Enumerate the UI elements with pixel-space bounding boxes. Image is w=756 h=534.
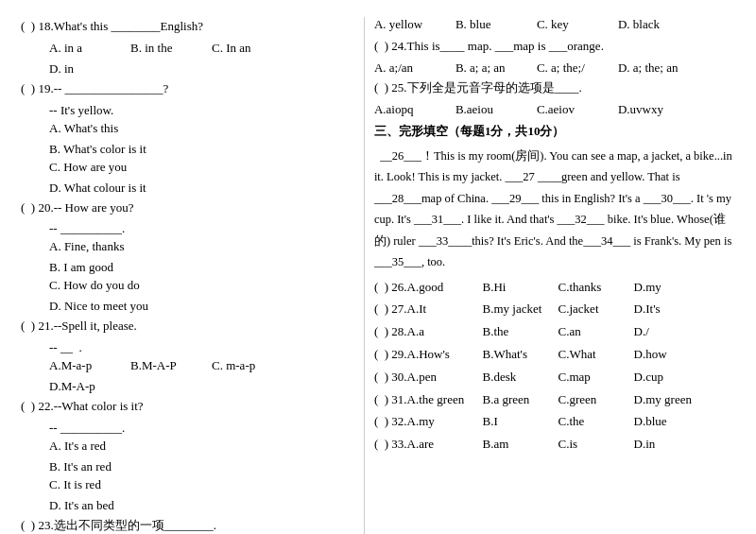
- sq27-opt-b: B.my jacket: [483, 300, 549, 319]
- q23-text: 选出不同类型的一项________.: [54, 516, 354, 534]
- right-column: A. yellow B. blue C. key D. black ( ) 24…: [364, 17, 735, 534]
- q22-opt-c: C. It is red: [49, 477, 200, 492]
- main-layout: ( ) 18. What's this ________English? A. …: [21, 17, 735, 534]
- q18-opt-d: D. in: [49, 61, 125, 77]
- q25-options: A.aiopq B.aeiou C.aeiov D.uvwxy: [374, 102, 735, 117]
- sq30-options: A.pen B.desk C.map D.cup: [407, 368, 700, 388]
- sq26-opt-a: A.good: [407, 278, 473, 298]
- q18-opt-a: A. in a: [49, 41, 125, 56]
- q21-answer-blank: -- __ .: [49, 340, 354, 355]
- sq33-opt-b: B.am: [483, 435, 549, 455]
- q20-options-row2: C. How do you do D. Nice to meet you: [49, 278, 354, 314]
- question-21: ( ) 21. --Spell it, please.: [21, 317, 354, 336]
- sq28-opt-d: D./: [634, 322, 700, 342]
- sq33-options: A.are B.am C.is D.in: [407, 435, 700, 455]
- section3-title: 三、完形填空（每题1分，共10分）: [374, 123, 735, 140]
- sq27-opt-c: C.jacket: [558, 300, 625, 319]
- q20-opt-d: D. Nice to meet you: [49, 299, 200, 314]
- sq30-opt-c: C.map: [558, 368, 625, 388]
- q19-opt-b: B. What's color is it: [49, 142, 200, 157]
- sq28-opt-c: C.an: [558, 322, 625, 342]
- sq27-prefix: ( ) 27.: [374, 300, 407, 319]
- sq29-options: A.How's B.What's C.What D.how: [407, 345, 700, 365]
- sq29-opt-b: B.What's: [483, 345, 549, 365]
- q19-prefix: ( ) 19.: [21, 79, 54, 99]
- question-19: ( ) 19. -- ________________?: [21, 79, 354, 99]
- q18-right-opt-a: A. yellow: [374, 17, 450, 32]
- sq29-opt-d: D.how: [634, 345, 700, 365]
- q20-options-row1: A. Fine, thanks B. I am good: [49, 239, 354, 275]
- sub-q30: ( ) 30. A.pen B.desk C.map D.cup: [374, 368, 735, 388]
- sq29-prefix: ( ) 29.: [374, 345, 407, 365]
- q19-text: -- ________________?: [54, 79, 354, 99]
- sq26-options: A.good B.Hi C.thanks D.my: [407, 278, 700, 298]
- sq32-options: A.my B.I C.the D.blue: [407, 412, 700, 432]
- q22-prefix: ( ) 22.: [21, 397, 54, 417]
- q20-text: -- How are you?: [54, 198, 354, 218]
- sq32-opt-d: D.blue: [634, 412, 700, 432]
- sub-q29: ( ) 29. A.How's B.What's C.What D.how: [374, 345, 735, 365]
- q24-prefix: ( ) 24.: [374, 37, 407, 57]
- q18-right-options: A. yellow B. blue C. key D. black: [374, 17, 735, 32]
- sq26-opt-c: C.thanks: [558, 278, 625, 298]
- sq26-opt-b: B.Hi: [483, 278, 549, 298]
- q20-opt-b: B. I am good: [49, 260, 200, 275]
- question-25: ( ) 25. 下列全是元音字母的选项是____.: [374, 78, 735, 98]
- q21-options: A.M-a-p B.M-A-P C. m-a-p D.M-A-p: [49, 358, 354, 394]
- sub-q27: ( ) 27. A.It B.my jacket C.jacket D.It's: [374, 300, 735, 319]
- question-24: ( ) 24. This is____ map. ___map is ___or…: [374, 37, 735, 57]
- question-22: ( ) 22. --What color is it?: [21, 397, 354, 417]
- sq28-opt-b: B.the: [483, 322, 549, 342]
- sq31-opt-a: A.the green: [407, 390, 473, 410]
- sq28-options: A.a B.the C.an D./: [407, 322, 700, 342]
- q21-opt-d: D.M-A-p: [49, 379, 125, 394]
- question-23: ( ) 23. 选出不同类型的一项________.: [21, 516, 354, 534]
- q24-text: This is____ map. ___map is ___orange.: [407, 37, 735, 57]
- sq26-prefix: ( ) 26.: [374, 278, 407, 298]
- q18-right-opt-d: D. black: [618, 17, 694, 32]
- q18-right-opt-b: B. blue: [455, 17, 531, 32]
- q18-prefix: ( ) 18.: [21, 17, 54, 37]
- q19-answer-blank: -- It's yellow.: [49, 103, 354, 118]
- sub-q31: ( ) 31. A.the green B.a green C.green D.…: [374, 390, 735, 410]
- q21-text: --Spell it, please.: [54, 317, 354, 336]
- q20-answer-blank: -- __________.: [49, 221, 354, 236]
- sub-q33: ( ) 33. A.are B.am C.is D.in: [374, 435, 735, 455]
- sq33-opt-d: D.in: [634, 435, 700, 455]
- sq28-opt-a: A.a: [407, 322, 473, 342]
- q24-opt-c: C. a; the;/: [537, 60, 612, 76]
- q22-opt-d: D. It's an bed: [49, 498, 200, 513]
- q21-opt-b: B.M-A-P: [130, 358, 206, 373]
- sq32-opt-b: B.I: [483, 412, 549, 432]
- q25-opt-a: A.aiopq: [374, 102, 450, 117]
- sq31-prefix: ( ) 31.: [374, 390, 407, 410]
- q18-right-opt-c: C. key: [537, 17, 612, 32]
- q22-options-row2: C. It is red D. It's an bed: [49, 477, 354, 513]
- sq27-opt-a: A.It: [407, 300, 473, 319]
- q18-opt-c: C. In an: [212, 41, 287, 56]
- q19-opt-d: D. What colour is it: [49, 181, 200, 196]
- q25-prefix: ( ) 25.: [374, 78, 407, 98]
- q22-opt-b: B. It's an red: [49, 459, 200, 474]
- q25-opt-b: B.aeiou: [455, 102, 531, 117]
- sq33-opt-a: A.are: [407, 435, 473, 455]
- question-18: ( ) 18. What's this ________English?: [21, 17, 354, 37]
- sq32-opt-c: C.the: [558, 412, 625, 432]
- q20-opt-a: A. Fine, thanks: [49, 239, 200, 254]
- q22-opt-a: A. It's a red: [49, 439, 200, 454]
- q22-answer-blank: -- __________.: [49, 421, 354, 436]
- q24-opt-a: A. a;/an: [374, 60, 450, 76]
- q24-options: A. a;/an B. a; a; an C. a; the;/ D. a; t…: [374, 60, 735, 76]
- q21-opt-c: C. m-a-p: [212, 358, 287, 373]
- sq29-opt-c: C.What: [558, 345, 625, 365]
- q19-options: A. What's this B. What's color is it: [49, 121, 354, 157]
- sq27-options: A.It B.my jacket C.jacket D.It's: [407, 300, 700, 319]
- left-column: ( ) 18. What's this ________English? A. …: [21, 17, 364, 534]
- sq31-opt-d: D.my green: [634, 390, 700, 410]
- q25-text: 下列全是元音字母的选项是____.: [407, 78, 735, 98]
- q18-text: What's this ________English?: [54, 17, 354, 37]
- q19-options-row2: C. How are you D. What colour is it: [49, 160, 354, 196]
- sub-q26: ( ) 26. A.good B.Hi C.thanks D.my: [374, 278, 735, 298]
- sq32-prefix: ( ) 32.: [374, 412, 407, 432]
- q19-opt-a: A. What's this: [49, 121, 200, 136]
